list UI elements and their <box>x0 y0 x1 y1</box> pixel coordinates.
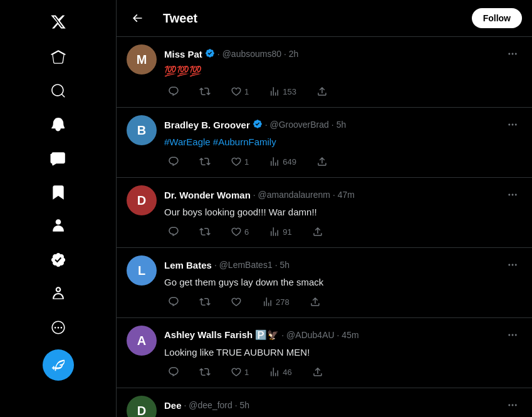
tweet-time: · 47m <box>333 190 355 200</box>
user-info: Dee · @dee_ford · 5h <box>164 400 249 411</box>
views-count: 91 <box>283 227 291 237</box>
tweet-body: Miss Pat · @aubsoums80 · 2h 💯💯💯 <box>164 44 522 100</box>
retweet-button[interactable] <box>196 364 214 380</box>
views-button[interactable]: 278 <box>258 294 293 310</box>
reply-button[interactable] <box>164 294 183 310</box>
tweet-meta: Dee · @dee_ford · 5h <box>164 396 522 414</box>
more-options-button[interactable] <box>503 255 522 274</box>
user-info: Lem Bates · @LemBates1 · 5h <box>164 260 289 270</box>
tweet-actions: 1 46 <box>164 364 522 380</box>
tweet-actions: 278 <box>164 294 522 310</box>
views-count: 46 <box>283 368 291 377</box>
communities-icon[interactable] <box>43 210 74 242</box>
likes-count: 1 <box>244 157 249 167</box>
user-handle: · @GrooverBrad <box>265 120 329 130</box>
avatar: D <box>127 185 157 215</box>
share-button[interactable] <box>306 294 325 310</box>
verified-icon[interactable] <box>43 244 74 275</box>
retweet-button[interactable] <box>196 224 214 240</box>
display-name: Lem Bates <box>164 260 212 270</box>
tweet-text: 💯💯💯 <box>164 64 522 78</box>
more-icon[interactable] <box>43 312 74 343</box>
more-options-button[interactable] <box>503 396 522 414</box>
share-button[interactable] <box>313 83 331 100</box>
avatar: B <box>127 115 157 145</box>
like-button[interactable]: 1 <box>227 364 253 380</box>
tweet-text: Go get them guys lay down the smack <box>164 275 522 289</box>
search-icon[interactable] <box>43 75 74 106</box>
display-name: Bradley B. Groover <box>164 120 250 130</box>
tweet-row[interactable]: A Ashley Walls Farish 🅿️🦅 · @ADub4AU · 4… <box>117 318 532 388</box>
tweet-text: Looking like TRUE AUBURN MEN! <box>164 346 522 359</box>
like-button[interactable] <box>227 294 246 310</box>
tweet-actions: 1 649 <box>164 153 522 170</box>
tweet-body: Bradley B. Groover · @GrooverBrad · 5h #… <box>164 115 522 170</box>
like-button[interactable]: 1 <box>227 83 253 100</box>
more-options-button[interactable] <box>503 115 522 134</box>
views-count: 649 <box>283 157 296 167</box>
verified-badge <box>205 48 215 60</box>
tweet-body: Dr. Wonder Woman · @amandalaurenm · 47m … <box>164 185 522 240</box>
follow-button[interactable]: Follow <box>472 8 522 28</box>
like-button[interactable]: 6 <box>227 224 253 240</box>
tweet-meta: Dr. Wonder Woman · @amandalaurenm · 47m <box>164 185 522 204</box>
bookmarks-icon[interactable] <box>43 177 74 208</box>
tweet-row[interactable]: D Dee · @dee_ford · 5h <box>117 388 532 417</box>
twitter-logo-icon[interactable] <box>43 6 74 38</box>
user-info: Miss Pat · @aubsoums80 · 2h <box>164 48 298 60</box>
views-button[interactable]: 46 <box>265 364 295 380</box>
tweet-body: Lem Bates · @LemBates1 · 5h Go get them … <box>164 255 522 310</box>
share-button[interactable] <box>308 364 327 380</box>
tweet-time: · 5h <box>235 400 249 410</box>
tweet-row[interactable]: B Bradley B. Groover · @GrooverBrad · 5h <box>117 108 532 178</box>
share-button[interactable] <box>308 224 327 240</box>
more-options-button[interactable] <box>503 185 522 204</box>
avatar: D <box>127 396 157 417</box>
tweet-meta: Miss Pat · @aubsoums80 · 2h <box>164 44 522 63</box>
user-info: Bradley B. Groover · @GrooverBrad · 5h <box>164 119 346 131</box>
tweet-body: Ashley Walls Farish 🅿️🦅 · @ADub4AU · 45m… <box>164 326 522 380</box>
profile-icon[interactable] <box>43 278 74 309</box>
like-button[interactable]: 1 <box>227 153 253 170</box>
more-options-button[interactable] <box>503 326 522 344</box>
reply-button[interactable] <box>164 224 183 240</box>
tweet-time: · 2h <box>284 49 298 59</box>
user-info: Dr. Wonder Woman · @amandalaurenm · 47m <box>164 190 355 200</box>
retweet-button[interactable] <box>196 83 214 100</box>
back-button[interactable] <box>127 8 148 29</box>
user-info: Ashley Walls Farish 🅿️🦅 · @ADub4AU · 45m <box>164 329 359 341</box>
avatar: A <box>127 326 157 356</box>
tweet-row[interactable]: M Miss Pat · @aubsoums80 · 2h <box>117 37 532 108</box>
share-button[interactable] <box>313 153 331 170</box>
tweet-meta: Bradley B. Groover · @GrooverBrad · 5h <box>164 115 522 134</box>
reply-button[interactable] <box>164 83 183 100</box>
retweet-button[interactable] <box>196 153 214 170</box>
tweet-meta: Ashley Walls Farish 🅿️🦅 · @ADub4AU · 45m <box>164 326 522 344</box>
tweet-time: · 5h <box>331 120 346 130</box>
compose-button[interactable] <box>43 349 74 381</box>
tweet-time: · 45m <box>337 330 359 340</box>
home-icon[interactable] <box>43 41 74 73</box>
views-button[interactable]: 91 <box>265 224 295 240</box>
user-handle: · @aubsoums80 <box>217 49 281 59</box>
tweet-body: Dee · @dee_ford · 5h <box>164 396 522 417</box>
views-count: 153 <box>283 87 296 96</box>
main-content: Tweet Follow M Miss Pat · @aubsoums80 · … <box>117 0 532 417</box>
more-options-button[interactable] <box>503 44 522 63</box>
views-count: 278 <box>276 297 289 307</box>
user-handle: · @dee_ford <box>184 400 232 410</box>
views-button[interactable]: 153 <box>265 83 300 100</box>
views-button[interactable]: 649 <box>265 153 300 170</box>
retweet-button[interactable] <box>196 294 214 310</box>
messages-icon[interactable] <box>43 143 74 174</box>
reply-button[interactable] <box>164 364 183 380</box>
likes-count: 1 <box>244 87 249 96</box>
tweet-row[interactable]: L Lem Bates · @LemBates1 · 5h Go get the… <box>117 248 532 318</box>
likes-count: 1 <box>244 368 249 377</box>
notifications-icon[interactable] <box>43 109 74 140</box>
reply-button[interactable] <box>164 153 183 170</box>
tweet-actions: 1 153 <box>164 83 522 100</box>
display-name: Miss Pat <box>164 49 202 59</box>
tweet-row[interactable]: D Dr. Wonder Woman · @amandalaurenm · 47… <box>117 178 532 248</box>
user-handle: · @amandalaurenm <box>253 190 330 200</box>
